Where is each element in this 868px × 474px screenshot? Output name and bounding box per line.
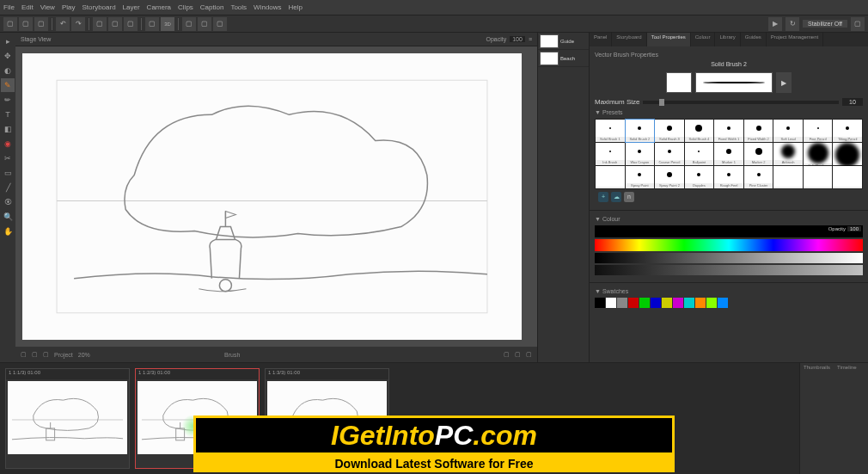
colour-opacity-value[interactable]: 100 <box>847 226 861 231</box>
brush-tool-icon[interactable]: ✎ <box>1 78 15 92</box>
menu-clips[interactable]: Clips <box>178 3 193 11</box>
opacity-value[interactable]: 100 <box>510 36 525 42</box>
brush-preset[interactable]: Tilting Pencil <box>833 120 862 142</box>
colour-swatch[interactable] <box>639 298 650 308</box>
settings-icon[interactable]: ▢ <box>851 17 865 31</box>
brush-preset[interactable]: Marker 1 <box>714 143 743 165</box>
alpha-gradient[interactable] <box>595 265 863 275</box>
tab-colour[interactable]: Colour <box>691 33 716 46</box>
rect-tool-icon[interactable]: ▭ <box>1 166 15 180</box>
hand-tool-icon[interactable]: ✋ <box>1 225 15 238</box>
brush-preset[interactable] <box>596 166 625 188</box>
brush-preset[interactable]: Fixed Width 1 <box>714 120 743 142</box>
menu-tools[interactable]: Tools <box>230 3 247 11</box>
tab-library[interactable]: Library <box>715 33 740 46</box>
light-icon[interactable]: ▢ <box>198 17 211 31</box>
save-icon[interactable]: ▢ <box>34 17 48 31</box>
storyboard-thumbnail[interactable]: 1 1:3/3) 01:00 <box>265 368 389 469</box>
play-icon[interactable]: ▶ <box>768 17 782 31</box>
size-slider[interactable] <box>643 101 839 104</box>
zoom-tool-icon[interactable]: 🔍 <box>1 210 15 224</box>
brush-preset[interactable]: Solid Brush 3 <box>655 120 684 142</box>
preset-cloud-icon[interactable]: ☁ <box>611 192 621 202</box>
brush-next-icon[interactable]: ▶ <box>776 72 792 93</box>
tab-storyboard[interactable]: Storyboard <box>612 33 646 46</box>
brush-preset[interactable]: Rough Feel <box>714 166 743 188</box>
size-value[interactable]: 10 <box>842 98 863 106</box>
colour-swatch[interactable] <box>595 298 605 308</box>
value-gradient[interactable] <box>595 253 863 263</box>
colour-swatch[interactable] <box>606 298 616 308</box>
preset-n-icon[interactable]: n <box>624 192 634 202</box>
colour-swatch[interactable] <box>651 298 661 308</box>
contour-tool-icon[interactable]: ◐ <box>1 64 15 77</box>
paint-tool-icon[interactable]: ◉ <box>1 137 15 151</box>
undo-icon[interactable]: ↶ <box>56 17 70 31</box>
hue-spectrum[interactable] <box>595 239 863 251</box>
grid-icon[interactable]: ▢ <box>213 17 227 31</box>
brush-preset[interactable]: Solid Brush 2 <box>626 120 655 142</box>
tab-thumbnails[interactable]: Thumbnails <box>800 363 834 372</box>
loop-icon[interactable]: ↻ <box>785 17 799 31</box>
rotate-icon[interactable]: ▢ <box>124 17 138 31</box>
brush-preset[interactable]: Soft Lead <box>773 120 803 142</box>
menu-edit[interactable]: Edit <box>21 3 34 11</box>
zoom-icon[interactable]: ▢ <box>93 17 107 31</box>
storyboard-thumbnail[interactable]: 1 1:2/3) 01:00 <box>135 368 260 469</box>
layer-row[interactable]: Guide <box>538 33 589 50</box>
brush-preset[interactable]: Solid Brush 1 <box>596 120 625 142</box>
3d-icon[interactable]: 3D <box>161 17 174 31</box>
layer-row[interactable]: Beach <box>538 50 589 67</box>
redo-icon[interactable]: ↷ <box>71 17 85 31</box>
brush-preset[interactable]: Solid Brush 4 <box>685 120 714 142</box>
brush-preset[interactable]: Airbrush <box>773 143 803 165</box>
brush-preset[interactable]: Coarse Pencil <box>655 143 684 165</box>
brush-preset[interactable] <box>804 166 833 188</box>
brush-preset[interactable]: Pine Cluster <box>744 166 773 188</box>
brush-preset[interactable]: Wax Crayon <box>626 143 655 165</box>
hand-icon[interactable]: ▢ <box>108 17 122 31</box>
menu-camera[interactable]: Camera <box>147 3 171 11</box>
menu-storyboard[interactable]: Storyboard <box>82 3 115 11</box>
menu-view[interactable]: View <box>40 3 55 11</box>
storyboard-thumbnail[interactable]: 1 1:1/3) 01:00 <box>5 368 130 469</box>
tab-guides[interactable]: Guides <box>741 33 767 46</box>
colour-swatch[interactable] <box>706 298 717 308</box>
footer-btn[interactable]: ▢ <box>43 351 49 358</box>
brush-preset[interactable]: Spray Paint <box>626 166 655 188</box>
new-icon[interactable]: ▢ <box>3 17 17 31</box>
colour-swatch[interactable] <box>673 298 683 308</box>
colour-swatch[interactable] <box>718 298 728 308</box>
brush-preset[interactable]: Fine Pencil <box>804 120 833 142</box>
footer-btn[interactable]: ▢ <box>21 351 27 358</box>
brush-preset[interactable]: Dapples <box>685 166 714 188</box>
footer-icon[interactable]: ▢ <box>504 351 510 358</box>
brush-preset[interactable]: Fixed Width 2 <box>744 120 773 142</box>
brush-preset[interactable]: Fluid Shading <box>833 143 862 165</box>
brush-preset[interactable]: Soft Shading <box>804 143 833 165</box>
footer-icon[interactable]: ▢ <box>515 351 521 358</box>
colour-swatch[interactable] <box>684 298 694 308</box>
menu-file[interactable]: File <box>3 3 15 11</box>
brush-preset[interactable] <box>833 166 862 188</box>
brush-preset[interactable] <box>773 166 803 188</box>
line-tool-icon[interactable]: ╱ <box>1 181 15 194</box>
stabilizer-dropdown[interactable]: Stabilizer Off <box>803 20 847 28</box>
cutter-tool-icon[interactable]: ✂ <box>1 151 15 165</box>
dropper-tool-icon[interactable]: ⦿ <box>1 195 15 209</box>
transform-tool-icon[interactable]: ✥ <box>1 49 15 63</box>
colour-swatch[interactable] <box>617 298 627 308</box>
select-tool-icon[interactable]: ▸ <box>1 34 15 48</box>
preset-add-icon[interactable]: + <box>598 192 608 202</box>
colour-swatch[interactable] <box>628 298 639 308</box>
tab-panel[interactable]: Panel <box>590 33 612 46</box>
tab-timeline[interactable]: Timeline <box>834 363 859 372</box>
eraser-tool-icon[interactable]: ◧ <box>1 122 15 136</box>
brush-preset[interactable]: Ink Brush <box>596 143 625 165</box>
stage-menu-icon[interactable]: ≡ <box>529 36 532 42</box>
brush-preset[interactable]: Ballpoint <box>685 143 714 165</box>
menu-play[interactable]: Play <box>62 3 76 11</box>
footer-btn[interactable]: ▢ <box>32 351 38 358</box>
tab-tool-properties[interactable]: Tool Properties <box>647 33 691 46</box>
camera-icon[interactable]: ▢ <box>145 17 159 31</box>
